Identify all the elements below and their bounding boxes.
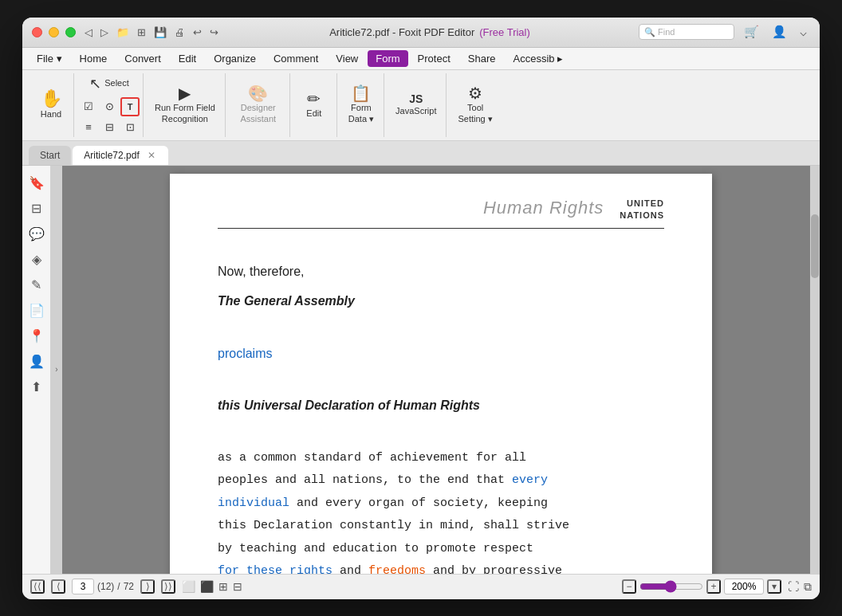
sidebar-person-icon[interactable]: 👤 xyxy=(26,351,48,373)
zoom-input[interactable] xyxy=(724,579,764,594)
javascript-button[interactable]: JS JavaScript xyxy=(389,90,443,120)
nav-forward-icon[interactable]: ▷ xyxy=(98,25,111,40)
save-icon[interactable]: 💾 xyxy=(151,25,169,40)
zoom-dropdown-button[interactable]: ▾ xyxy=(767,579,781,594)
page-total: 72 xyxy=(124,581,134,592)
last-page-button[interactable]: ⟩⟩ xyxy=(161,579,175,594)
designer-assistant-button[interactable]: 🎨 DesignerAssistant xyxy=(230,82,286,127)
sidebar-bookmark-icon[interactable]: 🔖 xyxy=(26,172,48,194)
menu-edit[interactable]: Edit xyxy=(171,50,204,67)
close-button[interactable] xyxy=(32,27,42,37)
next-page-button[interactable]: ⟩ xyxy=(140,579,155,594)
button-btn[interactable]: ⊡ xyxy=(120,118,140,137)
doc-line-2: The General Assembly xyxy=(218,290,664,313)
form-data-button[interactable]: 📋 FormData ▾ xyxy=(342,82,380,127)
para-text-7: for these rights xyxy=(218,564,332,573)
page-count-paren: (12) xyxy=(97,581,114,592)
title-bar: ◁ ▷ 📁 ⊞ 💾 🖨 ↩ ↪ Ariticle72.pdf - Foxit P… xyxy=(22,18,820,48)
redo-icon[interactable]: ↪ xyxy=(207,25,221,40)
toolbar-group-designer: 🎨 DesignerAssistant xyxy=(227,73,290,137)
menu-view[interactable]: View xyxy=(328,50,366,67)
doc-scroll-area[interactable]: Human Rights UNITED NATIONS Now, therefo… xyxy=(62,166,820,574)
checkbox-btn[interactable]: ☑ xyxy=(79,97,98,116)
doc-paragraph: as a common standard of achievement for … xyxy=(218,447,664,574)
select-button[interactable]: ↖ Select xyxy=(83,73,136,94)
maximize-button[interactable] xyxy=(65,27,76,37)
sidebar-document-icon[interactable]: 📄 xyxy=(26,300,48,322)
cart-icon[interactable]: 🛒 xyxy=(741,23,762,41)
textfield-btn[interactable]: T xyxy=(120,97,140,116)
menu-convert[interactable]: Convert xyxy=(116,50,169,67)
header-united-nations: UNITED NATIONS xyxy=(620,198,664,222)
view-icons: ⛶ ⧉ xyxy=(788,580,812,594)
scrollbar-track xyxy=(810,166,820,574)
fullscreen-icon[interactable]: ⛶ xyxy=(788,580,799,593)
toolbar: ✋ Hand ↖ Select ☑ ⊙ T ≡ ⊟ ⊡ ▶ R xyxy=(22,70,820,141)
doc-text-proclaims: proclaims xyxy=(218,347,272,360)
undo-icon[interactable]: ↩ xyxy=(191,25,204,40)
menu-protect[interactable]: Protect xyxy=(410,50,458,67)
split-view-icon[interactable]: ⧉ xyxy=(804,580,812,594)
toolbar-group-run-form: ▶ Run Form FieldRecognition xyxy=(145,73,226,137)
menu-share[interactable]: Share xyxy=(460,50,504,67)
menu-file[interactable]: File ▾ xyxy=(29,50,70,67)
zoom-out-button[interactable]: − xyxy=(622,579,636,594)
more-icon[interactable]: ⌵ xyxy=(797,23,810,41)
sidebar-export-icon[interactable]: ⬆ xyxy=(26,376,48,398)
hand-button[interactable]: ✋ Hand xyxy=(32,87,70,123)
sidebar-thumbnail-icon[interactable]: ⊟ xyxy=(26,198,48,220)
nav-back-icon[interactable]: ◁ xyxy=(82,25,95,40)
expand-panel-button[interactable]: › xyxy=(51,166,62,574)
para-text-2: peoples and all nations, to the end that xyxy=(218,473,512,487)
javascript-label: JavaScript xyxy=(395,106,436,116)
fit-page-icon[interactable]: ⬜ xyxy=(182,580,195,593)
minimize-button[interactable] xyxy=(49,27,59,37)
menu-home[interactable]: Home xyxy=(72,50,116,67)
two-page-icon[interactable]: ⊞ xyxy=(218,580,228,593)
select-label: Select xyxy=(104,78,129,88)
tab-start[interactable]: Start xyxy=(29,146,71,165)
sidebar-layers-icon[interactable]: ◈ xyxy=(26,249,48,271)
edit-icon: ✏ xyxy=(307,91,321,107)
tool-setting-icon: ⚙ xyxy=(468,85,482,101)
prev-page-button[interactable]: ⟨ xyxy=(51,579,65,594)
run-form-recognition-button[interactable]: ▶ Run Form FieldRecognition xyxy=(148,82,222,127)
sidebar-location-icon[interactable]: 📍 xyxy=(26,325,48,347)
para-text-1: as a common standard of achievement for … xyxy=(218,451,526,465)
scrollbar-thumb[interactable] xyxy=(811,214,819,278)
toolbar-group-hand: ✋ Hand xyxy=(29,73,74,137)
fit-width-icon[interactable]: ⬛ xyxy=(200,580,214,593)
app-window: ◁ ▷ 📁 ⊞ 💾 🖨 ↩ ↪ Ariticle72.pdf - Foxit P… xyxy=(22,18,820,599)
doc-text-now-therefore: Now, therefore, xyxy=(218,265,305,278)
user-icon[interactable]: 👤 xyxy=(769,23,790,41)
menu-accessibility[interactable]: Accessib ▸ xyxy=(506,50,572,67)
menu-comment[interactable]: Comment xyxy=(266,50,326,67)
first-page-button[interactable]: ⟨⟨ xyxy=(30,579,45,594)
search-box[interactable]: 🔍 Find xyxy=(639,24,734,40)
window-icon[interactable]: ⊞ xyxy=(135,25,148,40)
edit-button[interactable]: ✏ Edit xyxy=(295,88,333,122)
scroll-icon[interactable]: ⊟ xyxy=(233,580,242,593)
main-content: 🔖 ⊟ 💬 ◈ ✎ 📄 📍 👤 ⬆ › Human Rights xyxy=(22,166,820,574)
print-icon[interactable]: 🖨 xyxy=(172,25,187,40)
combo-btn[interactable]: ⊟ xyxy=(100,118,119,137)
sidebar-annotation-icon[interactable]: ✎ xyxy=(26,274,48,296)
para-text-5: this Declaration constantly in mind, sha… xyxy=(218,519,569,532)
zoom-control: − + ▾ xyxy=(622,579,781,594)
tab-close-button[interactable]: ✕ xyxy=(146,150,157,161)
listbox-btn[interactable]: ≡ xyxy=(79,118,98,137)
javascript-icon: JS xyxy=(409,93,423,104)
tool-setting-button[interactable]: ⚙ ToolSetting ▾ xyxy=(451,82,498,127)
menu-organize[interactable]: Organize xyxy=(206,50,264,67)
radio-btn[interactable]: ⊙ xyxy=(100,97,119,116)
zoom-slider[interactable] xyxy=(639,580,703,593)
current-page-input[interactable] xyxy=(72,579,94,594)
tab-document[interactable]: Ariticle72.pdf ✕ xyxy=(73,146,167,165)
doc-line-3: proclaims xyxy=(218,343,664,366)
doc-text-assembly: The General Assembly xyxy=(218,294,355,308)
form-data-icon: 📋 xyxy=(351,85,371,101)
menu-form[interactable]: Form xyxy=(368,50,407,67)
folder-icon[interactable]: 📁 xyxy=(114,25,132,40)
zoom-in-button[interactable]: + xyxy=(706,579,721,594)
sidebar-comment-icon[interactable]: 💬 xyxy=(26,223,48,245)
